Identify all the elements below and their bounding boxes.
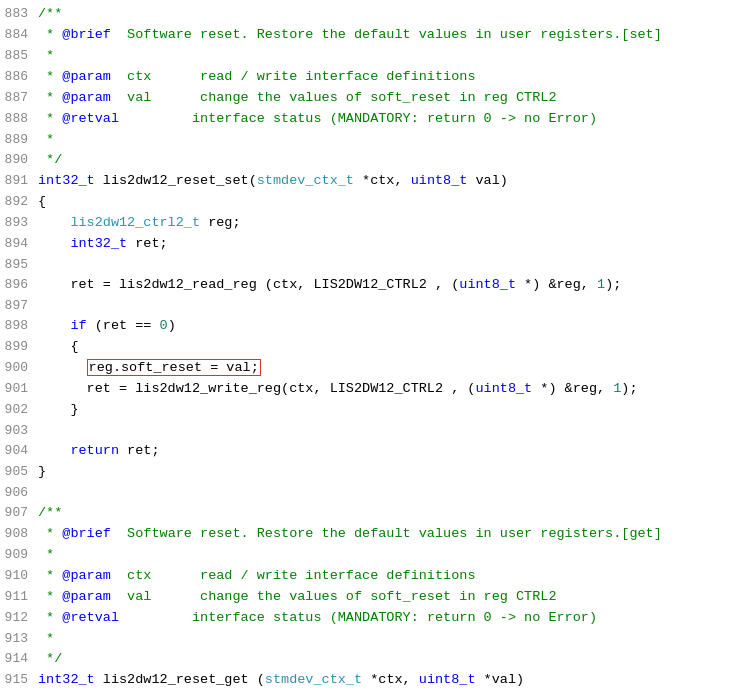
table-row: 892{: [0, 192, 750, 213]
line-content: *: [38, 130, 54, 151]
line-content: * @retval interface status (MANDATORY: r…: [38, 109, 597, 130]
line-content: int32_t lis2dw12_reset_get (stmdev_ctx_t…: [38, 670, 524, 691]
line-number: 905: [0, 462, 38, 482]
line-content: */: [38, 649, 62, 670]
line-content: * @brief Software reset. Restore the def…: [38, 25, 662, 46]
table-row: 885 *: [0, 46, 750, 67]
line-content: if (ret == 0): [38, 316, 176, 337]
line-content: ret = lis2dw12_write_reg(ctx, LIS2DW12_C…: [38, 379, 638, 400]
table-row: 915int32_t lis2dw12_reset_get (stmdev_ct…: [0, 670, 750, 691]
line-number: 889: [0, 130, 38, 150]
line-content: *: [38, 545, 54, 566]
table-row: 902 }: [0, 400, 750, 421]
table-row: 914 */: [0, 649, 750, 670]
table-row: 905}: [0, 462, 750, 483]
table-row: 893 lis2dw12_ctrl2_t reg;: [0, 213, 750, 234]
line-number: 906: [0, 483, 38, 503]
line-number: 888: [0, 109, 38, 129]
line-number: 893: [0, 213, 38, 233]
line-content: {: [38, 337, 79, 358]
line-content: lis2dw12_ctrl2_t reg;: [38, 213, 241, 234]
table-row: 903: [0, 421, 750, 441]
table-row: 888 * @retval interface status (MANDATOR…: [0, 109, 750, 130]
highlighted-code: reg.soft_reset = val;: [87, 359, 261, 376]
line-content: /**: [38, 4, 62, 25]
line-number: 890: [0, 150, 38, 170]
line-content: }: [38, 400, 79, 421]
line-content: * @brief Software reset. Restore the def…: [38, 524, 662, 545]
line-content: * @param ctx read / write interface defi…: [38, 566, 475, 587]
table-row: 894 int32_t ret;: [0, 234, 750, 255]
table-row: 899 {: [0, 337, 750, 358]
table-row: 916{: [0, 691, 750, 695]
table-row: 896 ret = lis2dw12_read_reg (ctx, LIS2DW…: [0, 275, 750, 296]
line-number: 903: [0, 421, 38, 441]
line-content: }: [38, 462, 46, 483]
line-number: 913: [0, 629, 38, 649]
table-row: 907/**: [0, 503, 750, 524]
line-number: 896: [0, 275, 38, 295]
table-row: 891int32_t lis2dw12_reset_set(stmdev_ctx…: [0, 171, 750, 192]
line-content: ret = lis2dw12_read_reg (ctx, LIS2DW12_C…: [38, 275, 621, 296]
line-content: * @retval interface status (MANDATORY: r…: [38, 608, 597, 629]
line-content: *: [38, 629, 54, 650]
line-number: 892: [0, 192, 38, 212]
line-number: 910: [0, 566, 38, 586]
table-row: 889 *: [0, 130, 750, 151]
line-number: 900: [0, 358, 38, 378]
table-row: 897: [0, 296, 750, 316]
line-number: 907: [0, 503, 38, 523]
table-row: 886 * @param ctx read / write interface …: [0, 67, 750, 88]
line-number: 916: [0, 691, 38, 695]
table-row: 904 return ret;: [0, 441, 750, 462]
line-number: 908: [0, 524, 38, 544]
line-content: int32_t lis2dw12_reset_set(stmdev_ctx_t …: [38, 171, 508, 192]
line-number: 897: [0, 296, 38, 316]
table-row: 911 * @param val change the values of so…: [0, 587, 750, 608]
table-row: 909 *: [0, 545, 750, 566]
line-number: 899: [0, 337, 38, 357]
table-row: 887 * @param val change the values of so…: [0, 88, 750, 109]
line-number: 884: [0, 25, 38, 45]
line-number: 885: [0, 46, 38, 66]
table-row: 910 * @param ctx read / write interface …: [0, 566, 750, 587]
line-content: return ret;: [38, 441, 160, 462]
line-number: 911: [0, 587, 38, 607]
line-content: int32_t ret;: [38, 234, 168, 255]
table-row: 908 * @brief Software reset. Restore the…: [0, 524, 750, 545]
line-number: 886: [0, 67, 38, 87]
line-number: 894: [0, 234, 38, 254]
line-content: reg.soft_reset = val;: [38, 358, 261, 379]
table-row: 912 * @retval interface status (MANDATOR…: [0, 608, 750, 629]
table-row: 895: [0, 255, 750, 275]
line-content: {: [38, 192, 46, 213]
table-row: 913 *: [0, 629, 750, 650]
line-content: * @param ctx read / write interface defi…: [38, 67, 475, 88]
table-row: 884 * @brief Software reset. Restore the…: [0, 25, 750, 46]
line-content: */: [38, 150, 62, 171]
table-row: 883/**: [0, 4, 750, 25]
table-row: 900 reg.soft_reset = val;: [0, 358, 750, 379]
line-number: 891: [0, 171, 38, 191]
line-number: 909: [0, 545, 38, 565]
line-number: 898: [0, 316, 38, 336]
line-number: 902: [0, 400, 38, 420]
line-number: 912: [0, 608, 38, 628]
line-number: 914: [0, 649, 38, 669]
line-content: * @param val change the values of soft_r…: [38, 88, 557, 109]
table-row: 898 if (ret == 0): [0, 316, 750, 337]
line-content: {: [38, 691, 46, 695]
line-number: 883: [0, 4, 38, 24]
line-content: * @param val change the values of soft_r…: [38, 587, 557, 608]
table-row: 890 */: [0, 150, 750, 171]
line-number: 887: [0, 88, 38, 108]
line-content: /**: [38, 503, 62, 524]
table-row: 906: [0, 483, 750, 503]
code-viewer: 883/**884 * @brief Software reset. Resto…: [0, 0, 750, 695]
table-row: 901 ret = lis2dw12_write_reg(ctx, LIS2DW…: [0, 379, 750, 400]
line-content: *: [38, 46, 54, 67]
line-number: 895: [0, 255, 38, 275]
line-number: 901: [0, 379, 38, 399]
line-number: 915: [0, 670, 38, 690]
line-number: 904: [0, 441, 38, 461]
